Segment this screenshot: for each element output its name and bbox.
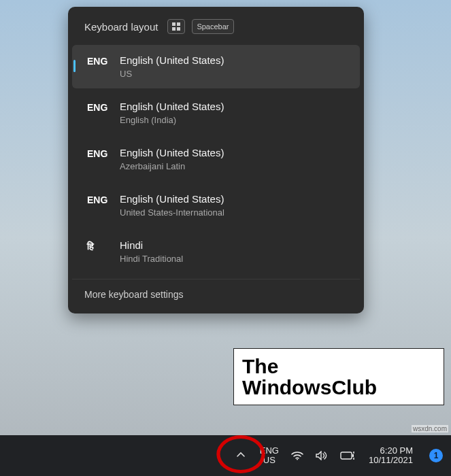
lang-code: ENG [79,54,120,67]
taskbar: ENG US [0,435,451,476]
tray-clock[interactable]: 6:20 PM 10/11/2021 [366,445,416,467]
wifi-icon[interactable] [290,448,305,463]
lang-text: English (United States) United States-In… [120,193,224,218]
lang-sub: United States-International [120,207,224,218]
keyboard-layout-flyout: Keyboard layout Spacebar ENG English (Un… [68,7,364,313]
svg-rect-6 [352,454,354,457]
layout-item-hindi[interactable]: हि Hindi Hindi Traditional [72,230,360,273]
flyout-title: Keyboard layout [84,21,158,33]
svg-rect-5 [341,452,352,459]
tray-date: 10/11/2021 [369,456,413,465]
lang-text: English (United States) Azerbaijani Lati… [120,147,224,171]
lang-sub: English (India) [120,115,224,125]
desktop-background: Keyboard layout Spacebar ENG English (Un… [0,0,451,476]
lang-name: English (United States) [120,147,224,158]
lang-sub: Azerbaijani Latin [120,161,224,171]
win-key-icon [167,19,185,34]
lang-code: ENG [79,193,120,205]
lang-code: ENG [79,147,120,159]
layout-item-us-international[interactable]: ENG English (United States) United State… [72,184,360,227]
lang-text: English (United States) English (India) [120,101,224,125]
system-tray: ENG US [233,435,447,476]
watermark-line2: WindowsClub [242,377,435,398]
tray-lang-code: ENG [260,446,279,456]
watermark-logo: The WindowsClub [233,348,444,405]
lang-code: हि [79,239,120,252]
layout-item-azerbaijani[interactable]: ENG English (United States) Azerbaijani … [72,137,360,181]
lang-name: English (United States) [120,54,224,66]
attribution-text: wsxdn.com [412,425,448,432]
tray-overflow-chevron-icon[interactable] [233,447,249,465]
lang-name: Hindi [120,239,183,251]
lang-name: English (United States) [120,101,224,112]
lang-sub: US [120,69,224,79]
volume-icon[interactable] [314,448,329,463]
lang-code: ENG [79,101,120,113]
more-keyboard-settings-link[interactable]: More keyboard settings [72,279,360,309]
svg-rect-0 [172,22,176,26]
svg-rect-3 [177,27,180,31]
flyout-header: Keyboard layout Spacebar [72,19,360,45]
lang-name: English (United States) [120,193,224,205]
tray-time: 6:20 PM [380,446,413,456]
svg-point-4 [297,459,298,460]
layout-item-us[interactable]: ENG English (United States) US [72,45,360,88]
svg-rect-1 [177,22,180,26]
tray-lang-sub: US [263,456,275,465]
lang-text: English (United States) US [120,54,224,79]
battery-charging-icon[interactable] [339,449,356,462]
lang-sub: Hindi Traditional [120,254,183,264]
notification-badge[interactable]: 1 [429,449,443,462]
watermark-line1: The [242,356,435,377]
lang-text: Hindi Hindi Traditional [120,239,183,264]
layout-list: ENG English (United States) US ENG Engli… [72,45,360,279]
tray-language-indicator[interactable]: ENG US [258,443,280,467]
layout-item-english-india[interactable]: ENG English (United States) English (Ind… [72,91,360,135]
svg-rect-2 [172,27,176,31]
spacebar-key-label: Spacebar [192,19,233,34]
